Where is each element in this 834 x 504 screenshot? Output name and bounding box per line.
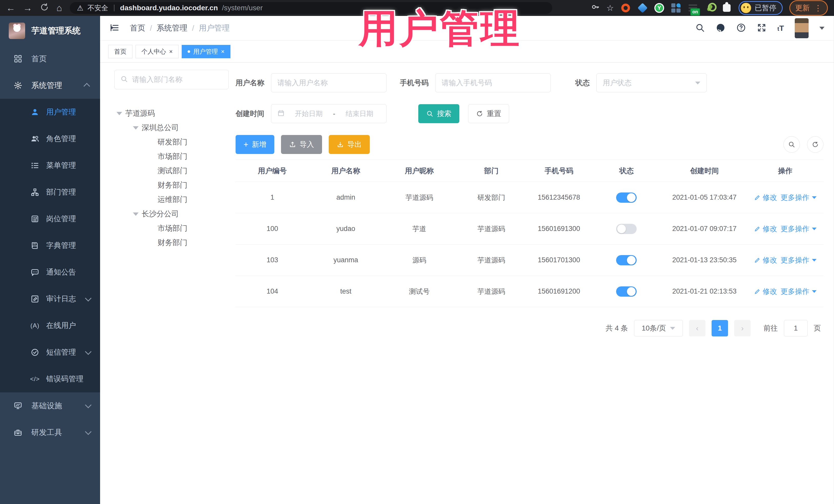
breadcrumb-system[interactable]: 系统管理 [156, 23, 187, 34]
sidebar-item-audit-log[interactable]: 审计日志 [0, 286, 100, 312]
tree-expand-icon[interactable] [133, 126, 138, 130]
password-key-icon[interactable] [591, 3, 600, 13]
prev-page-button[interactable]: ‹ [689, 320, 705, 336]
tree-node[interactable]: 财务部门 [114, 178, 233, 193]
status-toggle[interactable] [616, 255, 637, 265]
sidebar-item-post-mgmt[interactable]: 岗位管理 [0, 205, 100, 232]
status-toggle[interactable] [616, 193, 637, 203]
tree-node[interactable]: 深圳总公司 [114, 120, 233, 135]
status-toggle[interactable] [616, 224, 637, 234]
breadcrumb-home[interactable]: 首页 [130, 23, 145, 34]
url-path: /system/user [222, 4, 263, 12]
reload-icon[interactable] [40, 3, 49, 13]
more-actions-link[interactable]: 更多操作 [781, 287, 816, 297]
edit-link[interactable]: 修改 [754, 193, 777, 202]
tab-home[interactable]: 首页 [108, 45, 132, 58]
online-users-icon: (A) [30, 321, 40, 330]
app-logo-row[interactable]: 芋道管理系统 [0, 16, 100, 45]
export-button[interactable]: 导出 [329, 135, 370, 154]
goto-page-input[interactable] [784, 320, 808, 336]
tree-node[interactable]: 运维部门 [114, 193, 233, 207]
sidebar-item-role-mgmt[interactable]: 角色管理 [0, 126, 100, 152]
tab-profile[interactable]: 个人中心 × [135, 45, 179, 58]
cell-username: yudao [309, 225, 382, 233]
page-1-button[interactable]: 1 [711, 320, 728, 336]
extension-icon-gem[interactable] [637, 3, 648, 13]
chrome-update-button[interactable]: 更新 ⋮ [789, 0, 828, 16]
user-avatar[interactable] [795, 18, 809, 38]
help-icon[interactable] [736, 23, 746, 34]
hide-search-button[interactable] [784, 136, 800, 153]
close-icon[interactable]: × [221, 48, 224, 55]
tree-node-root[interactable]: 芋道源码 [114, 106, 233, 120]
close-icon[interactable]: × [169, 48, 173, 55]
sidebar-item-dict-mgmt[interactable]: 字典管理 [0, 232, 100, 259]
tree-expand-icon[interactable] [133, 213, 138, 216]
filter-row-1: 用户名称 手机号码 状态 用户状态 [236, 73, 824, 92]
sidebar-item-dept-mgmt[interactable]: 部门管理 [0, 179, 100, 205]
id-badge-icon [30, 214, 40, 223]
extension-icon-puzzle[interactable] [722, 3, 732, 13]
sidebar-item-sms-mgmt[interactable]: 短信管理 [0, 339, 100, 366]
font-size-icon[interactable]: tT [777, 24, 784, 32]
status-select[interactable]: 用户状态 [596, 73, 707, 92]
tree-node[interactable]: 测试部门 [114, 164, 233, 178]
tree-node[interactable]: 市场部门 [114, 149, 233, 164]
refresh-button[interactable] [807, 136, 824, 153]
sidebar-fold-icon[interactable] [109, 23, 119, 34]
more-actions-link[interactable]: 更多操作 [781, 193, 816, 202]
user-menu-caret-icon[interactable] [819, 27, 825, 30]
add-button[interactable]: + 新增 [236, 135, 274, 154]
edit-link[interactable]: 修改 [754, 255, 777, 265]
edit-link[interactable]: 修改 [754, 287, 777, 297]
browser-menu-icon[interactable]: ⋮ [814, 4, 822, 13]
extension-icon-switch-on[interactable]: on [688, 3, 698, 13]
extension-icon-green-y[interactable]: Y [654, 3, 664, 13]
mobile-input[interactable] [442, 79, 544, 87]
status-toggle[interactable] [616, 286, 637, 297]
tree-node[interactable]: 财务部门 [114, 236, 233, 250]
sidebar-item-error-code[interactable]: </> 错误码管理 [0, 366, 100, 392]
sidebar-item-user-mgmt[interactable]: 用户管理 [0, 99, 100, 126]
sidebar-item-system[interactable]: 系统管理 [0, 72, 100, 99]
dept-search-input[interactable] [132, 75, 225, 84]
list-icon [30, 161, 40, 170]
more-actions-link[interactable]: 更多操作 [781, 224, 816, 234]
tree-node[interactable]: 市场部门 [114, 221, 233, 236]
extension-icon-green-key[interactable] [705, 3, 715, 13]
header-search-icon[interactable] [695, 23, 705, 34]
forward-icon[interactable]: → [23, 3, 32, 13]
dept-tree-panel: 芋道源码 深圳总公司 研发部门 市场部门 测试部门 财务部门 运维部门 长沙分公… [114, 70, 233, 504]
username-input[interactable] [278, 79, 380, 87]
github-icon[interactable] [716, 23, 725, 34]
extension-icon-orange[interactable] [620, 3, 631, 13]
sidebar-item-devtools[interactable]: 研发工具 [0, 419, 100, 446]
bookmark-star-icon[interactable]: ☆ [607, 3, 614, 13]
fullscreen-icon[interactable] [757, 23, 767, 34]
chat-bubble-icon [30, 268, 40, 277]
tree-node[interactable]: 长沙分公司 [114, 207, 233, 221]
sidebar-item-infrastructure[interactable]: 基础设施 [0, 392, 100, 419]
tab-user-mgmt[interactable]: 用户管理 × [182, 45, 231, 58]
more-actions-link[interactable]: 更多操作 [781, 255, 816, 265]
reset-button[interactable]: 重置 [468, 104, 509, 123]
sidebar-item-menu-mgmt[interactable]: 菜单管理 [0, 152, 100, 179]
dept-search-box[interactable] [114, 70, 229, 89]
extension-icon-squares[interactable] [671, 3, 681, 13]
search-button[interactable]: 搜索 [418, 104, 459, 123]
sidebar-item-notice[interactable]: 通知公告 [0, 259, 100, 286]
next-page-button[interactable]: › [734, 320, 751, 336]
sidebar-item-online-users[interactable]: (A) 在线用户 [0, 312, 100, 339]
back-icon[interactable]: ← [6, 3, 15, 13]
edit-link[interactable]: 修改 [754, 224, 777, 234]
import-button[interactable]: 导入 [281, 135, 322, 154]
date-range-picker[interactable]: 开始日期 - 结束日期 [271, 104, 387, 123]
tree-node[interactable]: 研发部门 [114, 135, 233, 149]
tree-expand-icon[interactable] [116, 112, 122, 115]
sidebar-item-label: 基础设施 [31, 400, 62, 411]
sidebar-item-home[interactable]: 首页 [0, 45, 100, 72]
home-icon[interactable]: ⌂ [57, 3, 62, 13]
chevron-up-icon [83, 83, 90, 89]
page-size-select[interactable]: 10条/页 [634, 320, 683, 336]
browser-profile-button[interactable]: 已暂停 [739, 1, 783, 15]
